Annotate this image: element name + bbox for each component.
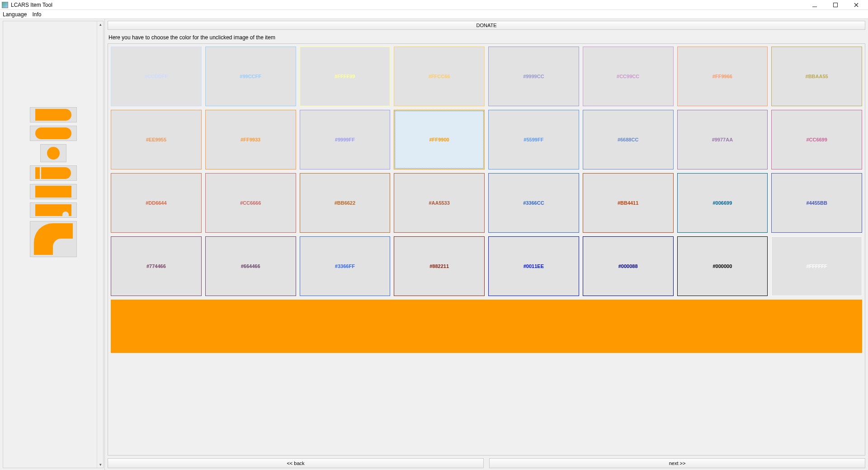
color-preview [111, 300, 862, 353]
color-swatch[interactable]: #9977AA [677, 110, 768, 169]
scroll-up-icon[interactable]: ▴ [97, 21, 104, 28]
color-swatch[interactable]: #3366FF [300, 236, 391, 296]
color-swatch[interactable]: #006699 [677, 173, 768, 233]
nav-row: << back next >> [108, 458, 865, 468]
color-swatch[interactable]: #BB6622 [300, 173, 391, 233]
color-swatch[interactable]: #FFFF99 [300, 47, 391, 106]
color-swatch[interactable]: #FFFFFF [771, 236, 862, 296]
color-swatch[interactable]: #AA5533 [394, 173, 485, 233]
color-swatch[interactable]: #9999CC [488, 47, 579, 106]
color-swatch[interactable]: #0011EE [488, 236, 579, 296]
svg-rect-1 [834, 3, 838, 7]
color-swatch[interactable]: #882211 [394, 236, 485, 296]
color-panel: #CCDDFF#99CCFF#FFFF99#FFCC66#9999CC#CC99… [108, 43, 865, 456]
color-swatch[interactable]: #CC99CC [583, 47, 674, 106]
color-swatch[interactable]: #DD6644 [111, 173, 202, 233]
shape-elbow[interactable] [30, 221, 77, 257]
color-swatch[interactable]: #BBAA55 [771, 47, 862, 106]
scroll-down-icon[interactable]: ▾ [97, 461, 104, 468]
color-swatch[interactable]: #3366CC [488, 173, 579, 233]
color-swatch[interactable]: #000088 [583, 236, 674, 296]
color-swatch[interactable]: #FFCC66 [394, 47, 485, 106]
menu-language[interactable]: Language [3, 11, 27, 18]
instruction-text: Here you have to choose the color for th… [108, 33, 865, 43]
shape-pill-right[interactable] [30, 107, 77, 122]
menubar: Language Info [0, 10, 868, 19]
minimize-button[interactable] [808, 1, 821, 9]
sidebar-panel: ▴ ▾ [3, 21, 104, 468]
color-grid: #CCDDFF#99CCFF#FFFF99#FFCC66#9999CC#CC99… [111, 47, 862, 296]
window-title: LCARS Item Tool [11, 2, 52, 8]
color-swatch[interactable]: #CC6666 [205, 173, 296, 233]
color-swatch[interactable]: #CC6699 [771, 110, 862, 169]
next-button[interactable]: next >> [489, 458, 865, 468]
back-button[interactable]: << back [108, 458, 484, 468]
shape-list [3, 107, 103, 257]
color-swatch[interactable]: #EE9955 [111, 110, 202, 169]
color-swatch[interactable]: #664466 [205, 236, 296, 296]
color-swatch[interactable]: #FF9933 [205, 110, 296, 169]
color-swatch[interactable]: #BB4411 [583, 173, 674, 233]
color-swatch[interactable]: #774466 [111, 236, 202, 296]
menu-info[interactable]: Info [32, 11, 41, 18]
color-swatch[interactable]: #99CCFF [205, 47, 296, 106]
color-swatch[interactable]: #5599FF [488, 110, 579, 169]
app-icon [2, 2, 8, 8]
color-swatch[interactable]: #6688CC [583, 110, 674, 169]
color-swatch[interactable]: #9999FF [300, 110, 391, 169]
color-swatch[interactable]: #FF9966 [677, 47, 768, 106]
window-controls [808, 1, 866, 9]
color-swatch[interactable]: #CCDDFF [111, 47, 202, 106]
main-content: DONATE Here you have to choose the color… [105, 19, 868, 470]
close-button[interactable] [850, 1, 863, 9]
color-swatch[interactable]: #FF9900 [394, 110, 485, 169]
titlebar: LCARS Item Tool [0, 0, 868, 10]
sidebar-scrollbar[interactable]: ▴ ▾ [97, 21, 103, 468]
shape-split-pill[interactable] [30, 165, 77, 181]
maximize-button[interactable] [829, 1, 842, 9]
color-swatch[interactable]: #000000 [677, 236, 768, 296]
shape-circle[interactable] [40, 144, 66, 162]
donate-button[interactable]: DONATE [108, 21, 865, 30]
shape-rect-notch[interactable] [30, 202, 77, 218]
shape-pill-full[interactable] [30, 126, 77, 141]
color-swatch[interactable]: #4455BB [771, 173, 862, 233]
shape-rect[interactable] [30, 184, 77, 199]
sidebar: ▴ ▾ [0, 19, 105, 470]
